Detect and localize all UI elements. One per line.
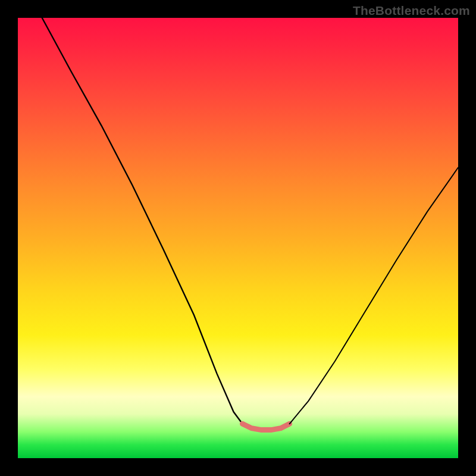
right-branch-path <box>290 168 458 424</box>
chart-stage: TheBottleneck.com <box>0 0 476 476</box>
watermark-text: TheBottleneck.com <box>353 4 470 18</box>
left-branch-path <box>42 18 243 424</box>
curve-svg <box>18 18 458 458</box>
flat-minimum-path <box>242 424 289 430</box>
plot-area <box>18 18 458 458</box>
